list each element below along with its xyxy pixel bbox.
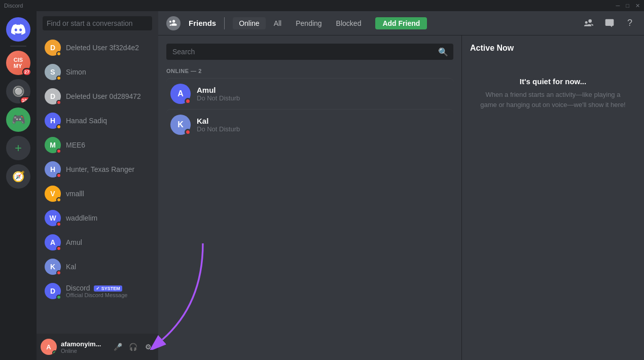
friends-list: 🔍 ONLINE — 2 A Amul Do Not Disturb ⋮ K [158,35,461,360]
inbox-icon[interactable] [603,17,616,29]
dm-item-name: MEE6 [66,141,85,149]
friend-row-kal[interactable]: K Kal Do Not Disturb ⋮ [166,109,453,140]
dm-item-name: Hanad Sadiq [66,117,107,125]
dm-name-group: Kal [66,263,76,271]
dm-name-group: Hunter, Texas Ranger [66,165,134,173]
dm-avatar: H [45,161,61,177]
dm-avatar: S [45,64,61,80]
dm-name-group: Deleted User 3f32d4e2 [66,44,139,52]
friends-icon [166,16,181,30]
user-status-indicator [52,350,57,355]
dm-search-input[interactable] [43,16,152,30]
maximize-button[interactable]: □ [626,3,629,9]
dm-item-name: Deleted User 3f32d4e2 [66,44,139,52]
dm-item-deleted2[interactable]: D Deleted User 0d289472 [41,84,154,109]
app-title: Discord [4,3,23,9]
dm-name-group: Discord ✓ SYSTEM Official Discord Messag… [66,284,127,298]
friend-status-text: Do Not Disturb [197,125,449,133]
dm-avatar: M [45,137,61,153]
dm-status-dot [56,173,61,178]
header-tabs: Online All Pending Blocked [233,17,367,29]
header-right: ? [583,17,636,29]
friend-row-amul[interactable]: A Amul Do Not Disturb ⋮ [166,78,453,109]
explore-servers-button[interactable]: 🧭 [6,164,30,189]
friend-status-dot [185,129,191,135]
dm-status-dot [56,124,61,129]
dm-item-kal[interactable]: K Kal [41,255,154,279]
dm-name-group: MEE6 [66,141,85,149]
dm-avatar: V [45,186,61,202]
dm-item-hanad[interactable]: H Hanad Sadiq [41,109,154,133]
server-icon-label-2: 🔘 [12,85,25,97]
user-controls: 🎤 🎧 ⚙ [112,341,154,353]
active-now-empty-desc: When a friend starts an activity—like pl… [478,90,628,110]
tab-all[interactable]: All [268,17,288,29]
active-now-title: Active Now [470,44,636,53]
tab-pending[interactable]: Pending [290,17,328,29]
add-friend-button[interactable]: Add Friend [375,17,427,29]
server-icon-copyrighting[interactable]: CISMY 27 [6,51,30,75]
dm-item-mee6[interactable]: M MEE6 [41,133,154,157]
search-icon: 🔍 [438,47,448,57]
dm-item-deleted1[interactable]: D Deleted User 3f32d4e2 [41,35,154,60]
active-now-empty: It's quiet for now... When a friend star… [470,61,636,126]
current-user-status: Online [61,348,108,354]
main-header: Friends Online All Pending Blocked Add F… [158,11,644,35]
dm-avatar: D [45,88,61,104]
friends-area: 🔍 ONLINE — 2 A Amul Do Not Disturb ⋮ K [158,35,644,360]
settings-button[interactable]: ⚙ [142,341,154,353]
server-badge-2: 108 [20,96,30,103]
minimize-button[interactable]: ─ [616,3,620,9]
friends-search-input[interactable] [166,44,453,60]
system-badge: ✓ SYSTEM [94,285,122,292]
dm-avatar: D [45,40,61,56]
dm-sidebar: D Deleted User 3f32d4e2 S Simon D Delete… [37,11,158,360]
server-badge-1: 27 [22,68,31,76]
explore-icon: 🧭 [12,170,25,183]
dm-status-dot [56,295,61,300]
dm-name-group: Simon [66,68,86,76]
help-icon[interactable]: ? [624,17,636,29]
dm-avatar: H [45,113,61,129]
dm-avatar: K [45,259,61,275]
friend-avatar: K [170,115,191,135]
dm-avatar: W [45,210,61,226]
close-button[interactable]: ✕ [635,3,640,9]
add-server-icon: + [15,141,22,155]
main-content: Friends Online All Pending Blocked Add F… [158,11,644,360]
dm-status-dot [56,51,61,56]
dm-item-vmalll[interactable]: V vmalll [41,182,154,206]
server-icon-ring[interactable]: 🔘 108 [6,79,30,103]
dm-item-amul[interactable]: A Amul [41,230,154,255]
discord-home-button[interactable] [6,17,30,42]
add-server-button[interactable]: + [6,136,30,160]
new-group-dm-icon[interactable] [583,17,595,29]
friend-status-dot [185,98,191,104]
server-icon-green[interactable]: 🎮 [6,107,30,132]
mute-button[interactable]: 🎤 [112,341,124,353]
dm-item-waddlelim[interactable]: W waddlelim [41,206,154,230]
current-username: afamonyim... [61,340,108,348]
friends-search-container[interactable]: 🔍 [166,44,453,60]
active-now-sidebar: Active Now It's quiet for now... When a … [461,35,644,360]
dm-name-group: Deleted User 0d289472 [66,92,141,100]
friends-label: Friends [189,19,216,27]
friend-avatar: A [170,84,191,104]
title-bar: Discord ─ □ ✕ [0,0,644,11]
dm-search-bar[interactable] [37,11,158,35]
window-controls[interactable]: ─ □ ✕ [616,3,640,9]
deafen-button[interactable]: 🎧 [127,341,139,353]
tab-blocked[interactable]: Blocked [330,17,368,29]
dm-name-group: vmalll [66,190,84,198]
dm-status-dot [56,222,61,227]
dm-item-hunter[interactable]: H Hunter, Texas Ranger [41,157,154,182]
dm-list: D Deleted User 3f32d4e2 S Simon D Delete… [37,35,158,334]
dm-item-discord-system[interactable]: D Discord ✓ SYSTEM Official Discord Mess… [41,279,154,303]
dm-status-dot [56,270,61,275]
dm-item-name: Discord ✓ SYSTEM [66,284,127,292]
dm-item-simon[interactable]: S Simon [41,60,154,84]
dm-avatar: A [45,234,61,250]
current-user-avatar: A [41,339,57,355]
server-divider [10,46,26,47]
tab-online[interactable]: Online [233,17,265,29]
